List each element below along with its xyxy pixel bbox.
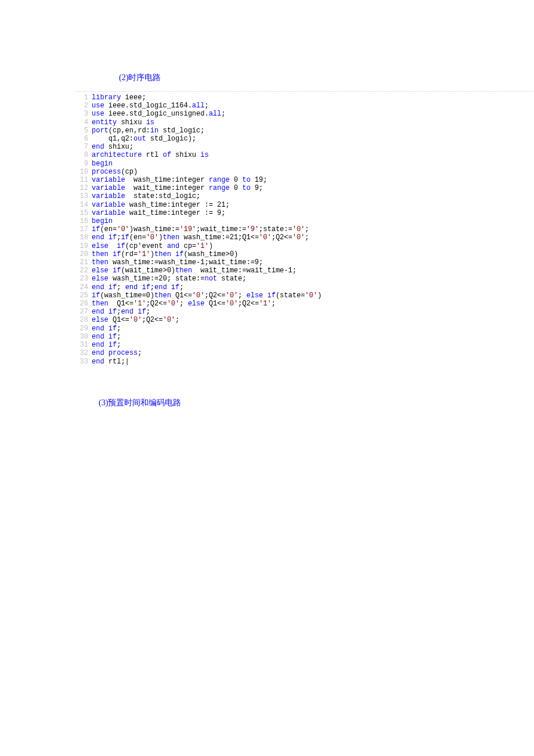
code-token: '0' xyxy=(167,300,180,308)
code-line: 12variable wait_time:integer range 0 to … xyxy=(75,184,534,192)
code-token: ) xyxy=(209,242,213,250)
code-line: 9begin xyxy=(75,160,534,168)
line-number: 16 xyxy=(75,217,88,225)
code-token: Q1<= xyxy=(204,300,225,308)
code-token: '1' xyxy=(259,300,272,308)
code-token: '0' xyxy=(293,225,305,233)
code-line: 16begin xyxy=(75,217,534,225)
line-number: 7 xyxy=(75,143,88,151)
code-token: end xyxy=(92,308,104,316)
code-token: Q1<= xyxy=(171,291,192,300)
code-token: to xyxy=(242,176,250,184)
code-line: 32end process; xyxy=(75,349,534,357)
code-token: if xyxy=(121,233,129,242)
code-line: 5port(cp,en,rd:in std_logic; xyxy=(75,127,534,135)
code-token xyxy=(104,341,109,349)
code-token: '0' xyxy=(146,233,159,242)
code-token: ;Q2<= xyxy=(142,316,163,324)
section-heading-3: (3)预置时间和编码电路 xyxy=(99,398,534,408)
line-number: 4 xyxy=(75,118,88,127)
code-token: ieee.std_logic_1164. xyxy=(104,102,192,110)
code-token: ; xyxy=(117,325,121,333)
code-line: 25if(wash_time=0)then Q1<='0';Q2<='0'; e… xyxy=(75,291,534,300)
code-token: if xyxy=(109,308,117,316)
code-token: all xyxy=(209,110,222,118)
code-token: end xyxy=(92,233,104,242)
line-number: 22 xyxy=(75,267,88,275)
code-token: then xyxy=(92,250,109,258)
code-token: shixu; xyxy=(104,143,134,151)
code-token: '0' xyxy=(163,316,175,324)
code-token: else xyxy=(247,291,264,300)
code-token: ieee; xyxy=(121,93,146,102)
code-token: '0' xyxy=(259,233,272,242)
line-number: 20 xyxy=(75,250,88,258)
line-number: 6 xyxy=(75,135,88,143)
code-token xyxy=(104,349,109,357)
code-token: if xyxy=(113,250,121,258)
code-line: 29end if; xyxy=(75,325,534,333)
code-token: end xyxy=(125,283,138,291)
code-token: else xyxy=(92,275,109,283)
line-number: 11 xyxy=(75,176,88,184)
code-token: ; xyxy=(179,300,187,308)
line-number: 23 xyxy=(75,275,88,283)
code-line: 30end if; xyxy=(75,333,534,341)
code-token: ;wait_time:= xyxy=(196,225,246,233)
code-token xyxy=(109,242,117,250)
code-token: if xyxy=(109,341,117,349)
code-line: 31end if; xyxy=(75,341,534,349)
code-token: std_logic); xyxy=(146,135,196,143)
code-line: 2use ieee.std_logic_1164.all; xyxy=(75,102,534,110)
code-token: Q1<= xyxy=(109,316,129,324)
line-number: 13 xyxy=(75,192,88,200)
code-token: wait_time:integer xyxy=(125,184,209,192)
code-line: 19else if(cp'event and cp='1') xyxy=(75,242,534,250)
code-token: '1' xyxy=(196,242,209,250)
code-token: ;state:= xyxy=(259,225,293,233)
code-token: '1' xyxy=(134,300,146,308)
code-line: 20then if(rd='1')then if(wash_time>0) xyxy=(75,250,534,258)
code-token: if xyxy=(171,283,179,291)
code-token: port xyxy=(92,127,109,135)
code-token: use xyxy=(92,102,104,110)
code-token: ; xyxy=(221,110,225,118)
code-token: if xyxy=(113,267,121,275)
code-token: ; xyxy=(238,291,246,300)
code-token: ;Q2<= xyxy=(146,300,167,308)
code-token: ; xyxy=(117,341,121,349)
code-token: end xyxy=(92,358,104,366)
code-token: '0' xyxy=(305,291,317,300)
line-number: 15 xyxy=(75,209,88,217)
code-token: '0' xyxy=(129,316,142,324)
code-token: not xyxy=(204,275,217,283)
code-separator xyxy=(75,91,534,92)
code-token: (state= xyxy=(276,291,305,300)
line-number: 33 xyxy=(75,358,88,366)
code-token: 9; xyxy=(251,184,264,192)
code-line: 28else Q1<='0';Q2<='0'; xyxy=(75,316,534,324)
code-line: 14variable wash_time:integer := 21; xyxy=(75,201,534,209)
code-token: if xyxy=(268,291,276,300)
code-line: 7end shixu; xyxy=(75,143,534,151)
code-token: wash_time:integer xyxy=(125,176,209,184)
code-token: entity xyxy=(92,118,117,127)
code-token: begin xyxy=(92,217,113,225)
code-token: variable xyxy=(92,201,125,209)
line-number: 1 xyxy=(75,93,88,102)
line-number: 24 xyxy=(75,283,88,291)
code-token: '19' xyxy=(179,225,196,233)
line-number: 14 xyxy=(75,201,88,209)
code-token xyxy=(104,233,109,242)
line-number: 3 xyxy=(75,110,88,118)
code-token: end xyxy=(92,143,104,151)
code-token: else xyxy=(92,267,109,275)
code-token: )wash_time:= xyxy=(129,225,179,233)
code-token: ; xyxy=(272,300,276,308)
code-line: 22else if(wait_time>0)then wait_time:=wa… xyxy=(75,267,534,275)
code-token: ; xyxy=(179,283,183,291)
code-token: ; xyxy=(305,233,309,242)
code-token: end xyxy=(121,308,134,316)
code-token: then xyxy=(154,291,171,300)
code-line: 17if(en='0')wash_time:='19';wait_time:='… xyxy=(75,225,534,233)
